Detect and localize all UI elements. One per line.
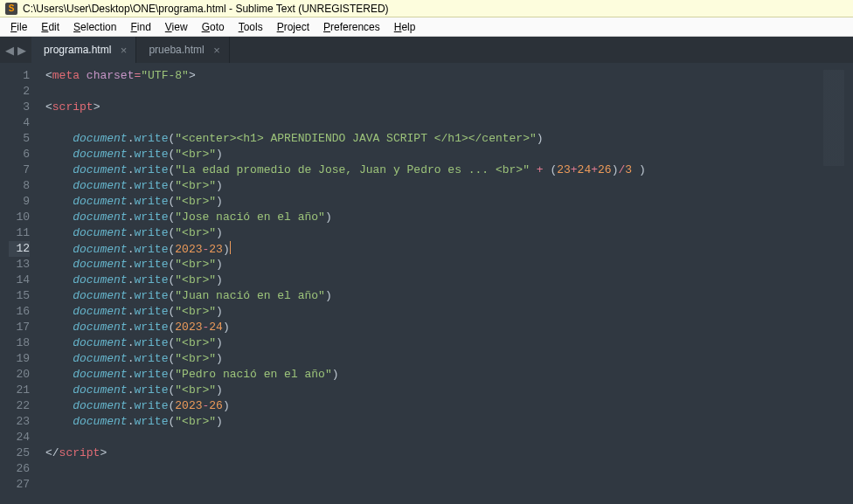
line-number[interactable]: 15 — [9, 288, 30, 304]
menu-file[interactable]: File — [3, 19, 34, 35]
line-number[interactable]: 26 — [9, 461, 30, 477]
code-line[interactable] — [45, 461, 818, 477]
tab-nav-forward-icon[interactable]: ▶ — [17, 44, 26, 57]
code-line[interactable]: document.write("<br>") — [45, 147, 818, 162]
menu-preferences[interactable]: Preferences — [316, 19, 387, 35]
code-line[interactable]: <script> — [45, 100, 818, 115]
line-number[interactable]: 2 — [9, 84, 30, 100]
menu-bar: FileEditSelectionFindViewGotoToolsProjec… — [0, 17, 853, 37]
tab-label: prueba.html — [149, 44, 204, 56]
menu-selection[interactable]: Selection — [66, 19, 123, 35]
line-number[interactable]: 16 — [9, 304, 30, 320]
line-number[interactable]: 3 — [9, 100, 30, 115]
menu-project[interactable]: Project — [270, 19, 316, 35]
tab-programa-html[interactable]: programa.html× — [31, 37, 136, 63]
line-number[interactable]: 4 — [9, 115, 30, 131]
line-number[interactable]: 20 — [9, 367, 30, 383]
line-number[interactable]: 24 — [9, 430, 30, 445]
line-number[interactable]: 11 — [9, 225, 30, 241]
line-number[interactable]: 25 — [9, 445, 30, 461]
line-number[interactable]: 1 — [9, 68, 30, 84]
menu-find[interactable]: Find — [123, 19, 157, 35]
code-line[interactable]: document.write("<br>") — [45, 194, 818, 210]
menu-edit[interactable]: Edit — [34, 19, 66, 35]
minimap[interactable] — [818, 63, 853, 504]
code-line[interactable]: <meta charset="UTF-8"> — [45, 68, 818, 84]
line-number[interactable]: 22 — [9, 398, 30, 414]
line-number[interactable]: 6 — [9, 147, 30, 162]
code-line[interactable]: document.write("<br>") — [45, 257, 818, 273]
code-line[interactable]: document.write("<br>") — [45, 178, 818, 194]
code-line[interactable]: document.write(2023-24) — [45, 320, 818, 335]
line-number[interactable]: 19 — [9, 351, 30, 367]
tab-prueba-html[interactable]: prueba.html× — [136, 37, 229, 63]
code-line[interactable]: document.write("<br>") — [45, 351, 818, 367]
window-title: C:\Users\User\Desktop\ONE\programa.html … — [23, 3, 389, 15]
close-icon[interactable]: × — [121, 44, 128, 57]
code-line[interactable]: document.write("<br>") — [45, 414, 818, 430]
code-line[interactable]: document.write(2023-26) — [45, 398, 818, 414]
menu-help[interactable]: Help — [387, 19, 423, 35]
line-number[interactable]: 5 — [9, 131, 30, 147]
line-number[interactable]: 9 — [9, 194, 30, 210]
code-line[interactable]: document.write("<br>") — [45, 383, 818, 398]
close-icon[interactable]: × — [213, 44, 220, 57]
menu-tools[interactable]: Tools — [232, 19, 270, 35]
code-line[interactable]: document.write("<br>") — [45, 335, 818, 351]
code-area[interactable]: <meta charset="UTF-8"><script> document.… — [38, 63, 818, 504]
line-number[interactable]: 10 — [9, 210, 30, 225]
line-number[interactable]: 13 — [9, 257, 30, 273]
tab-nav: ◀ ▶ — [0, 37, 31, 63]
code-line[interactable] — [45, 430, 818, 445]
code-line[interactable]: document.write(2023-23) — [45, 241, 818, 257]
line-number[interactable]: 8 — [9, 178, 30, 194]
code-line[interactable] — [45, 115, 818, 131]
code-line[interactable]: document.write("La edad promedio de Jose… — [45, 162, 818, 178]
minimap-preview — [823, 70, 844, 166]
line-number[interactable]: 12 — [9, 241, 30, 257]
menu-view[interactable]: View — [158, 19, 195, 35]
line-number[interactable]: 23 — [9, 414, 30, 430]
line-number[interactable]: 27 — [9, 477, 30, 493]
line-number[interactable]: 14 — [9, 273, 30, 288]
tab-label: programa.html — [44, 44, 111, 56]
title-bar: S C:\Users\User\Desktop\ONE\programa.htm… — [0, 0, 853, 17]
code-line[interactable]: document.write("Jose nació en el año") — [45, 210, 818, 225]
line-number[interactable]: 21 — [9, 383, 30, 398]
code-line[interactable] — [45, 477, 818, 493]
tab-nav-back-icon[interactable]: ◀ — [5, 44, 14, 57]
tab-row: ◀ ▶ programa.html×prueba.html× — [0, 37, 853, 63]
code-line[interactable]: document.write("Juan nació en el año") — [45, 288, 818, 304]
code-line[interactable]: </script> — [45, 445, 818, 461]
code-line[interactable]: document.write("<br>") — [45, 225, 818, 241]
code-line[interactable]: document.write("<center><h1> APRENDIENDO… — [45, 131, 818, 147]
code-line[interactable]: document.write("<br>") — [45, 304, 818, 320]
editor[interactable]: 1234567891011121314151617181920212223242… — [0, 63, 853, 504]
menu-goto[interactable]: Goto — [195, 19, 232, 35]
line-number[interactable]: 17 — [9, 320, 30, 335]
line-number[interactable]: 7 — [9, 162, 30, 178]
code-line[interactable]: document.write("<br>") — [45, 273, 818, 288]
code-line[interactable] — [45, 84, 818, 100]
code-line[interactable]: document.write("Pedro nació en el año") — [45, 367, 818, 383]
text-cursor — [230, 241, 231, 254]
gutter: 1234567891011121314151617181920212223242… — [0, 63, 38, 504]
app-icon: S — [5, 3, 17, 15]
line-number[interactable]: 18 — [9, 335, 30, 351]
